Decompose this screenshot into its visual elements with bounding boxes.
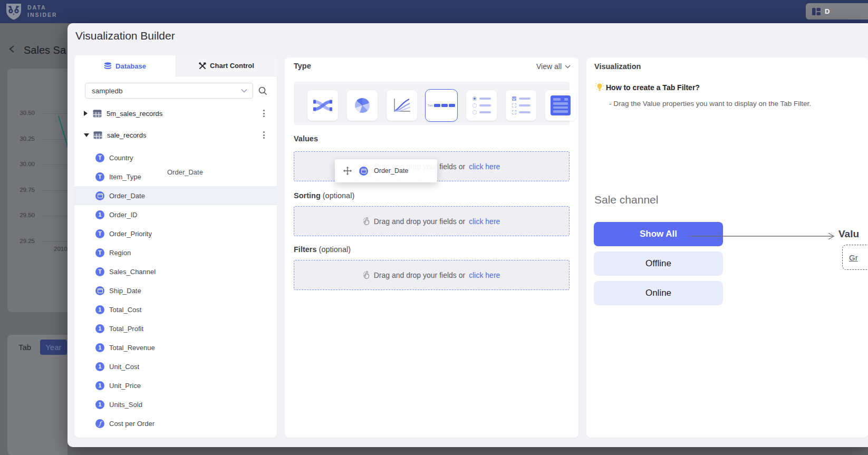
annotation-value-label: Valu	[838, 228, 859, 240]
field-row[interactable]: Order_Date	[74, 186, 277, 205]
field-row[interactable]: 1 Order_ID	[74, 205, 277, 224]
builder-panel: Type View all	[285, 57, 578, 438]
line-chart-icon	[393, 98, 411, 113]
caret-expanded-icon[interactable]	[84, 133, 89, 137]
field-row[interactable]: T Country	[74, 148, 277, 167]
annotation-group-text: Gr	[849, 253, 858, 262]
field-row[interactable]: T Region	[74, 243, 277, 262]
field-row[interactable]: 1 Unit_Price	[74, 376, 277, 395]
field-row[interactable]: Ship_Date	[74, 281, 277, 300]
workspace-button-label: D	[825, 7, 830, 15]
field-row[interactable]: 1 Total_Revenue	[74, 338, 277, 357]
type-option-table[interactable]	[545, 90, 576, 121]
field-row[interactable]: T Order_Priority	[74, 224, 277, 243]
page-title: Sales Sa	[24, 44, 69, 56]
type-option-pie[interactable]	[347, 90, 378, 121]
tools-icon	[199, 62, 206, 70]
drag-ghost-label: Order_Date	[167, 168, 203, 176]
table-grid-icon	[93, 110, 102, 118]
tip-title: How to create a Tab Filter?	[606, 83, 700, 92]
tab-filter-icon: Tab	[428, 104, 456, 107]
field-label: Country	[109, 154, 133, 162]
drag-hand-icon	[363, 217, 370, 225]
preview-button-online[interactable]: Online	[594, 281, 723, 305]
move-icon	[343, 167, 352, 175]
dragging-field-chip[interactable]: Order_Date	[335, 159, 437, 182]
kebab-menu-icon[interactable]	[259, 130, 268, 140]
search-icon[interactable]	[258, 86, 267, 95]
tab-chart-control[interactable]: Chart Control	[176, 55, 277, 76]
type-option-line[interactable]	[387, 90, 417, 121]
sorting-dropzone[interactable]: Drag and drop your fields or click here	[294, 206, 570, 236]
type-option-radio-list[interactable]	[466, 90, 497, 121]
visualization-label: Visualization	[594, 62, 641, 71]
type-section-label: Type	[294, 62, 311, 70]
annotation-arrow	[689, 231, 839, 241]
left-panel-tabs: Database Chart Control	[74, 55, 277, 76]
workspace-button[interactable]: D	[806, 3, 868, 20]
field-label: Ship_Date	[109, 287, 141, 295]
brand-wordmark: DATA INSIDER	[27, 4, 57, 18]
field-label: Order_Date	[109, 192, 145, 200]
chart-line	[7, 69, 67, 312]
dropzone-click-here-link[interactable]: click here	[469, 162, 500, 171]
field-row[interactable]: 1 Total_Cost	[74, 300, 277, 319]
pie-chart-icon	[355, 98, 370, 113]
dropzone-text: Drag and drop your fields or	[374, 271, 466, 279]
field-row[interactable]: T Sales_Channel	[74, 262, 277, 281]
number-field-icon: 1	[95, 362, 104, 371]
kebab-menu-icon[interactable]	[259, 108, 268, 119]
top-navbar: DATA INSIDER D	[0, 0, 868, 23]
table-row-5m-sales-records[interactable]: 5m_sales_records	[74, 106, 277, 121]
period-tab-tab[interactable]: Tab	[13, 340, 36, 355]
type-option-tab-filter[interactable]: Tab	[425, 89, 458, 122]
tab-chart-control-label: Chart Control	[210, 62, 254, 70]
visualization-builder-modal: Visualization Builder Database Chart C	[67, 23, 868, 447]
field-row[interactable]: 1 Total_Profit	[74, 319, 277, 338]
sorting-section-label: Sorting (optional)	[294, 191, 354, 200]
caret-collapsed-icon[interactable]	[84, 111, 88, 116]
number-field-icon: 1	[95, 210, 104, 219]
date-field-icon	[359, 167, 368, 176]
period-tab-year[interactable]: Year	[40, 340, 66, 355]
preview-button-offline[interactable]: Offline	[594, 251, 723, 276]
dropzone-click-here-link[interactable]: click here	[469, 217, 500, 226]
database-icon	[104, 62, 112, 70]
number-field-icon: 1	[95, 381, 104, 390]
period-tabs: TabYearQu	[13, 340, 67, 355]
type-option-checkbox-list[interactable]	[506, 90, 536, 121]
values-section-label: Values	[294, 134, 318, 143]
visualization-preview-panel: Visualization How to create a Tab Filter…	[586, 57, 868, 438]
background-tab-filter-card: TabYearQu	[7, 335, 67, 455]
owl-logo-icon	[4, 2, 23, 21]
table-row-sale-records[interactable]: sale_records	[74, 128, 277, 142]
text-field-icon: T	[95, 248, 104, 257]
field-label: Cost per Order	[109, 420, 155, 428]
datasource-select[interactable]: sampledb	[85, 83, 253, 99]
field-label: Total_Cost	[109, 306, 141, 314]
field-row[interactable]: 1 Unit_Cost	[74, 357, 277, 376]
date-field-icon	[95, 191, 104, 200]
field-label: Item_Type	[109, 173, 141, 181]
text-field-icon: T	[95, 229, 104, 238]
tab-database[interactable]: Database	[74, 55, 176, 76]
type-option-sankey[interactable]	[307, 90, 338, 121]
chip-label: Order_Date	[374, 167, 408, 175]
dropzone-click-here-link[interactable]: click here	[469, 271, 500, 279]
back-chevron-icon[interactable]	[7, 44, 17, 54]
field-label: Unit_Price	[109, 382, 141, 390]
modal-title: Visualization Builder	[75, 30, 175, 42]
filters-dropzone[interactable]: Drag and drop your fields or click here	[294, 260, 570, 290]
lightbulb-icon	[595, 83, 604, 92]
background-chart-card: 30.5030.2530.0029.7529.5029.25 2010	[7, 69, 67, 312]
field-row[interactable]: ƒ Cost per Order	[74, 414, 277, 433]
field-label: Unit_Cost	[109, 363, 139, 371]
text-field-icon: T	[95, 267, 104, 276]
view-all-dropdown[interactable]: View all	[536, 62, 571, 71]
table-grid-icon	[93, 131, 102, 139]
field-label: Total_Revenue	[109, 344, 155, 352]
field-row[interactable]: 1 Units_Sold	[74, 395, 277, 414]
text-field-icon: T	[95, 172, 104, 181]
number-field-icon: 1	[95, 305, 104, 314]
tab-database-label: Database	[115, 62, 146, 70]
